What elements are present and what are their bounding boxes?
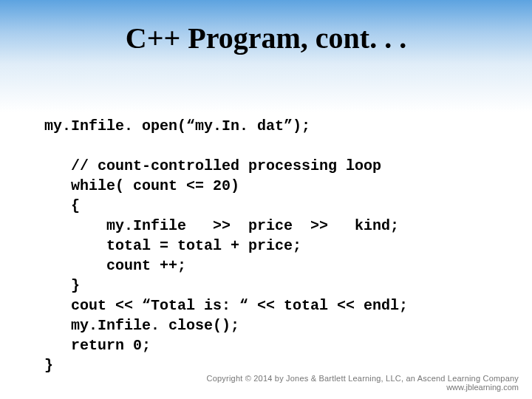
- code-line: cout << “Total is: “ << total << endl;: [44, 297, 408, 314]
- footer: Copyright © 2014 by Jones & Bartlett Lea…: [207, 374, 519, 392]
- slide-title: C++ Program, cont. . .: [0, 0, 532, 55]
- code-line: while( count <= 20): [44, 177, 239, 194]
- slide: C++ Program, cont. . . my.Infile. open(“…: [0, 0, 532, 399]
- code-line: }: [44, 357, 53, 374]
- code-line: my.Infile. close();: [44, 317, 239, 334]
- code-line: count ++;: [44, 257, 186, 274]
- code-line: my.Infile >> price >> kind;: [44, 217, 399, 234]
- code-block: my.Infile. open(“my.In. dat”); // count-…: [44, 96, 502, 375]
- code-line: }: [44, 277, 80, 294]
- code-line: return 0;: [44, 337, 151, 354]
- footer-url: www.jblearning.com: [207, 383, 519, 392]
- copyright-text: Copyright © 2014 by Jones & Bartlett Lea…: [207, 374, 519, 383]
- code-line: {: [44, 197, 80, 214]
- code-line: my.Infile. open(“my.In. dat”);: [44, 117, 310, 134]
- code-line: // count-controlled processing loop: [44, 157, 381, 174]
- code-line: total = total + price;: [44, 237, 301, 254]
